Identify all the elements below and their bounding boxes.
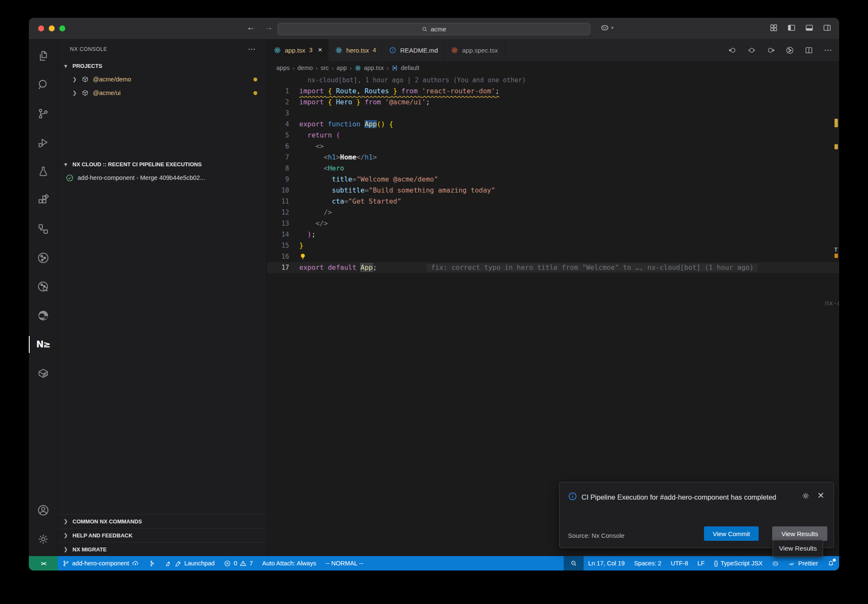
code-token: (	[336, 131, 340, 139]
current-step-circle-icon[interactable]	[747, 46, 756, 55]
code-token: subtitle	[332, 186, 364, 194]
section-projects[interactable]: ▼ PROJECTS	[58, 59, 267, 73]
container-icon[interactable]	[29, 359, 58, 388]
nx-graph-icon[interactable]	[29, 243, 58, 272]
close-icon[interactable]: ×	[318, 46, 322, 54]
view-commit-button[interactable]: View Commit	[704, 526, 759, 541]
code-line[interactable]: 6 <>	[267, 141, 839, 152]
code-line[interactable]: 16	[267, 251, 839, 262]
code-line[interactable]: 7 <h1>Home</h1>	[267, 152, 839, 163]
pipeline-execution-label: add-hero-component - Merge 409b44e5cb02.…	[78, 174, 205, 181]
react-icon	[335, 47, 342, 54]
code-line[interactable]: 11 cta="Get Started"	[267, 196, 839, 207]
breadcrumb-item[interactable]: default	[401, 64, 420, 71]
split-editor-icon[interactable]	[804, 46, 813, 55]
eol-status-item[interactable]: LF	[693, 556, 709, 570]
breadcrumb-item[interactable]: app	[337, 64, 347, 71]
more-actions-icon[interactable]	[823, 46, 832, 55]
code-line[interactable]: 3	[267, 108, 839, 119]
formatter-status-item[interactable]: Prettier	[784, 556, 823, 570]
toggle-secondary-sidebar-icon[interactable]	[823, 23, 832, 32]
code-token: Home	[340, 153, 356, 161]
pipeline-execution-item[interactable]: add-hero-component - Merge 409b44e5cb02.…	[58, 171, 267, 185]
code-line[interactable]: 1import { Route, Routes } from 'react-ro…	[267, 86, 839, 97]
cursor-position-status-item[interactable]: Ln 17, Col 19	[584, 556, 629, 570]
code-line[interactable]: 17export default App;fix: correct typo i…	[267, 262, 839, 273]
code-line[interactable]: 9 title="Welcome @acme/demo"	[267, 174, 839, 185]
notifications-status-item[interactable]	[823, 556, 839, 570]
vim-mode-status-item[interactable]: -- NORMAL --	[321, 556, 368, 570]
run-pipeline-circle-icon[interactable]	[785, 46, 794, 55]
tab-readme-md[interactable]: README.md	[382, 39, 444, 61]
code-line[interactable]: 8 <Hero	[267, 163, 839, 174]
nx-graph-search-icon[interactable]	[29, 272, 58, 301]
zoom-status-item[interactable]	[564, 556, 584, 570]
code-line[interactable]: 13 </>	[267, 218, 839, 229]
code-token	[299, 208, 324, 216]
indentation-status-item[interactable]: Spaces: 2	[629, 556, 666, 570]
nx-console-icon[interactable]: N≥	[29, 330, 58, 359]
account-icon[interactable]	[29, 496, 58, 525]
copilot-status-item[interactable]	[767, 556, 784, 570]
edge-browser-icon[interactable]	[29, 301, 58, 330]
explorer-icon[interactable]	[29, 42, 58, 70]
section-common-nx-commands[interactable]: ❯ COMMON NX COMMANDS	[58, 514, 267, 528]
project-item-acme-demo[interactable]: ❯ @acme/demo	[58, 73, 267, 86]
copilot-menu[interactable]: ▾	[600, 23, 614, 32]
code-token: cta	[332, 197, 344, 205]
section-nx-cloud[interactable]: ▼ NX CLOUD :: RECENT CI PIPELINE EXECUTI…	[58, 158, 267, 171]
code-line[interactable]: 2import { Hero } from '@acme/ui';	[267, 97, 839, 108]
toggle-panel-icon[interactable]	[805, 23, 814, 32]
language-status-item[interactable]: {} TypeScript JSX	[709, 556, 767, 570]
maximize-window-button[interactable]	[59, 25, 65, 31]
problems-status-item[interactable]: 0 7	[219, 556, 257, 570]
remote-indicator[interactable]: ><	[29, 556, 58, 570]
close-window-button[interactable]	[38, 25, 44, 31]
tab-hero-tsx[interactable]: hero.tsx 4	[328, 39, 382, 61]
command-center-search[interactable]: acme	[278, 23, 590, 35]
tab-app-tsx[interactable]: app.tsx 3 ×	[267, 39, 328, 61]
code-line[interactable]: 10 subtitle="Build something amazing tod…	[267, 185, 839, 196]
run-debug-icon[interactable]	[29, 128, 58, 157]
toggle-sidebar-icon[interactable]	[787, 23, 796, 32]
tab-problem-badge: 4	[373, 47, 376, 53]
copilot-icon	[772, 560, 779, 567]
code-line[interactable]: 15}	[267, 240, 839, 251]
code-line[interactable]: 5 return (	[267, 130, 839, 141]
section-nx-migrate[interactable]: ❯ NX MIGRATE	[58, 542, 267, 556]
navigate-back-icon[interactable]: ←	[247, 22, 255, 32]
testing-icon[interactable]	[29, 157, 58, 186]
tab-app-spec-tsx[interactable]: app.spec.tsx	[444, 39, 504, 61]
breadcrumb-item[interactable]: app.tsx	[364, 64, 384, 71]
breadcrumb-item[interactable]: demo	[298, 64, 313, 71]
code-token: Routes	[364, 87, 389, 95]
search-icon[interactable]	[29, 70, 58, 99]
code-line[interactable]: 14 );	[267, 229, 839, 240]
navigate-back-circle-icon[interactable]	[728, 46, 737, 55]
minimize-window-button[interactable]	[49, 25, 55, 31]
code-line[interactable]: 4export function App() {	[267, 119, 839, 130]
project-label: @acme/ui	[93, 89, 121, 96]
breadcrumb-item[interactable]: src	[320, 64, 328, 71]
breadcrumb: apps› demo› src› app› app.tsx› default	[267, 61, 839, 75]
pipeline-status-item[interactable]	[144, 556, 160, 570]
project-item-acme-ui[interactable]: ❯ @acme/ui	[58, 86, 267, 100]
source-control-icon[interactable]	[29, 99, 58, 128]
customize-layout-icon[interactable]	[769, 23, 778, 32]
breadcrumb-item[interactable]: apps	[276, 64, 289, 71]
project-details-icon[interactable]	[29, 215, 58, 243]
extensions-icon[interactable]	[29, 186, 58, 215]
section-help-and-feedback[interactable]: ❯ HELP AND FEEDBACK	[58, 528, 267, 542]
navigate-forward-icon[interactable]: →	[264, 22, 273, 32]
launchpad-status-item[interactable]: Launchpad	[160, 556, 220, 570]
code-line[interactable]: 12 />	[267, 207, 839, 218]
gear-icon[interactable]	[801, 492, 810, 502]
view-results-button[interactable]: View Results	[772, 526, 827, 541]
auto-attach-status-item[interactable]: Auto Attach: Always	[258, 556, 321, 570]
navigate-forward-circle-icon[interactable]	[766, 46, 775, 55]
encoding-status-item[interactable]: UTF-8	[666, 556, 693, 570]
close-icon[interactable]: ✕	[817, 490, 824, 501]
settings-gear-icon[interactable]	[29, 525, 58, 554]
branch-status-item[interactable]: add-hero-component	[58, 556, 144, 570]
more-actions-icon[interactable]: ⋯	[248, 45, 256, 54]
